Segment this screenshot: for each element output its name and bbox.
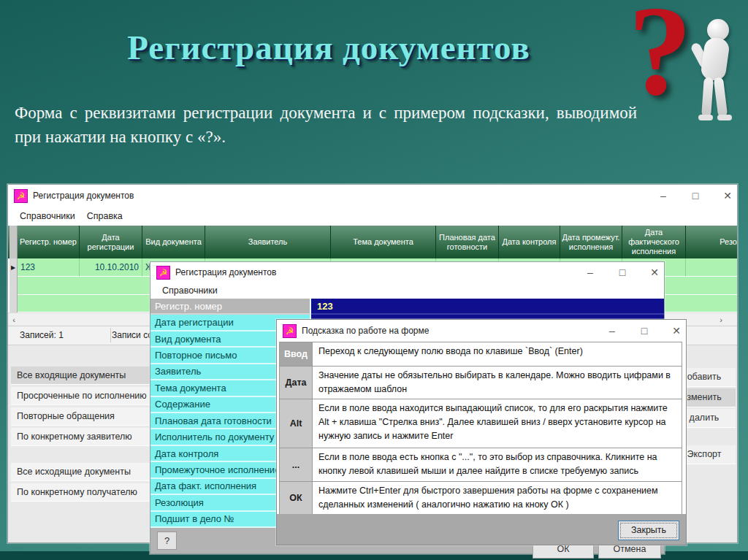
slide: Регистрация документов Форма с реквизита… <box>0 0 748 560</box>
hint-key-alt: Alt <box>279 399 313 448</box>
person-figure <box>688 19 744 121</box>
hammer-sickle-icon: ☭ <box>283 324 297 338</box>
hint-text-date: Значение даты не обязытельно выбирать в … <box>313 367 682 399</box>
help-button[interactable]: ? <box>157 532 177 550</box>
hint-text-ellipsis: Если в поле ввода есть кнопка с "...", т… <box>313 448 682 482</box>
hint-dialog: ☭ Подсказка по работе на форме – □ ✕ Вво… <box>276 319 687 545</box>
edit-dialog-title: Регистрация документов <box>175 267 276 277</box>
hint-text-ok: Нажмите Ctrl+Enter для быстрого завершен… <box>313 482 682 515</box>
main-window-title: Регистрация документов <box>33 191 134 201</box>
cell-empty <box>686 258 737 277</box>
col-applicant[interactable]: Заявитель <box>205 226 331 258</box>
person-leg <box>701 77 714 118</box>
hint-key-ellipsis: ... <box>279 448 313 482</box>
row-selector <box>9 295 18 312</box>
hint-text-enter: Переход к следующему полю ввода по клави… <box>313 342 682 367</box>
hammer-sickle-icon: ☭ <box>156 266 170 280</box>
question-mark-3d: ? <box>628 0 692 125</box>
hint-dialog-footer: Закрыть <box>277 514 686 545</box>
field-value-reg-number[interactable]: 123 <box>311 299 664 315</box>
main-titlebar: ☭ Регистрация документов – □ ✕ <box>8 185 737 207</box>
hint-key-ok: ОК <box>279 482 313 515</box>
slide-title: Регистрация документов <box>102 28 555 67</box>
hint-table: Ввод Переход к следующему полю ввода по … <box>279 342 682 515</box>
maximize-icon[interactable]: □ <box>617 266 627 278</box>
col-interim-date[interactable]: Дата промежут. исполнения <box>560 226 622 258</box>
maximize-icon[interactable]: □ <box>690 190 701 202</box>
maximize-icon[interactable]: □ <box>639 325 649 337</box>
close-button[interactable]: Закрыть <box>618 521 679 540</box>
hammer-sickle-icon: ☭ <box>14 189 28 203</box>
hint-key-date: Дата <box>279 367 313 399</box>
hint-titlebar: ☭ Подсказка по работе на форме – □ ✕ <box>277 320 686 342</box>
minimize-icon[interactable]: – <box>607 325 617 337</box>
col-doc-type[interactable]: Вид документа <box>142 226 205 258</box>
grid-selector-header <box>9 226 18 258</box>
hint-key-enter: Ввод <box>279 342 313 367</box>
col-doc-topic[interactable]: Тема документа <box>331 226 436 258</box>
person-torso <box>700 37 730 82</box>
col-reg-number[interactable]: Регистр. номер <box>18 226 80 258</box>
close-icon[interactable]: ✕ <box>671 325 682 337</box>
col-reg-date[interactable]: Дата регистрации <box>80 226 142 258</box>
close-icon[interactable]: ✕ <box>649 266 660 278</box>
minimize-icon[interactable]: – <box>658 190 668 202</box>
cell-reg-date: 10.10.2010 <box>80 258 142 277</box>
question-figure: ? <box>627 0 748 131</box>
person-foot <box>717 115 732 120</box>
row-selector-arrow: ▶ <box>9 258 18 277</box>
hint-dialog-title: Подсказка по работе на форме <box>302 326 429 336</box>
menu-spravochniki[interactable]: Справочники <box>162 285 218 296</box>
col-actual-date[interactable]: Дата фактического исполнения <box>622 226 686 258</box>
col-resolution[interactable]: Резолюция <box>686 226 737 258</box>
col-control-date[interactable]: Дата контроля <box>499 226 560 258</box>
row-selector <box>9 277 18 295</box>
col-plan-date[interactable]: Плановая дата готовности <box>436 226 499 258</box>
hint-text-alt: Если в поле ввода находится выпадающий с… <box>313 399 682 448</box>
grid-header: Регистр. номер Дата регистрации Вид доку… <box>8 226 737 258</box>
records-count: Записей: 1 <box>15 328 111 342</box>
menu-spravka[interactable]: Справка <box>87 211 123 221</box>
cell-reg-number: 123 <box>18 258 80 277</box>
person-leg <box>714 77 728 117</box>
slide-subtitle: Форма с реквизитами регистрации документ… <box>15 101 637 150</box>
person-foot <box>698 115 713 120</box>
close-icon[interactable]: ✕ <box>722 190 733 202</box>
main-menubar: Справочники Справка <box>8 207 737 226</box>
scroll-right-icon[interactable]: › <box>715 315 727 324</box>
minimize-icon[interactable]: – <box>585 266 595 278</box>
edit-titlebar: ☭ Регистрация документов – □ ✕ <box>150 262 664 283</box>
field-label-reg-number: Регистр. номер <box>150 299 311 315</box>
scroll-left-icon[interactable]: ‹ <box>8 315 20 324</box>
edit-menubar: Справочники <box>150 283 664 299</box>
menu-spravochniki[interactable]: Справочники <box>20 211 75 221</box>
